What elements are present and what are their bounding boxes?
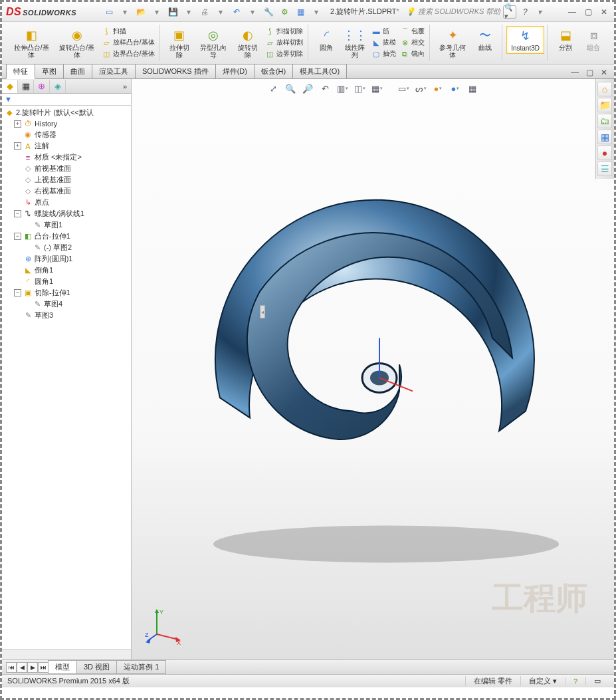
section-view-icon[interactable]: ▥▾ xyxy=(336,82,349,95)
help-search[interactable]: 💡 搜索 SOLIDWORKS 帮助 🔍▾ ?▾ xyxy=(406,5,546,19)
property-tab[interactable]: ▦ xyxy=(18,80,34,93)
zoom-fit-icon[interactable]: ⤢ xyxy=(266,82,280,95)
close-icon[interactable]: ✕ xyxy=(598,6,610,18)
doc-close-icon[interactable]: ✕ xyxy=(598,66,610,78)
display-style-icon[interactable]: ▦▾ xyxy=(370,82,383,95)
tab-3dview[interactable]: 3D 视图 xyxy=(76,660,117,674)
file-explorer-icon[interactable]: 🗂 xyxy=(597,114,612,128)
shell-button[interactable]: ▢抽壳 xyxy=(369,49,398,59)
curves-button[interactable]: 〜曲线 xyxy=(471,26,499,60)
mirror-button[interactable]: ⧉镜向 xyxy=(398,49,427,59)
dropdown-icon[interactable]: ▾ xyxy=(151,6,163,18)
tab-last-icon[interactable]: ⏭ xyxy=(38,662,49,673)
tree-right-plane[interactable]: ◇右视基准面 xyxy=(3,185,130,197)
tab-sketch[interactable]: 草图 xyxy=(35,64,64,78)
tab-render[interactable]: 渲染工具 xyxy=(92,64,136,78)
tree-sketch1[interactable]: ✎草图1 xyxy=(3,219,130,231)
tab-features[interactable]: 特征 xyxy=(6,64,35,79)
tree-boss-extrude[interactable]: −◧凸台-拉伸1 xyxy=(3,231,130,242)
appearances-icon[interactable]: ● xyxy=(597,146,612,160)
extrude-boss-button[interactable]: ◧拉伸凸台/基体 xyxy=(9,26,54,60)
tree-helix[interactable]: −ᔐ螺旋线/涡状线1 xyxy=(3,208,130,219)
combine-button[interactable]: ⧈组合 xyxy=(579,26,607,53)
new-icon[interactable]: ▭ xyxy=(103,6,115,18)
filter-bar[interactable]: ▼ xyxy=(2,94,131,106)
tree-root[interactable]: ◆2.旋转叶片 (默认<<默认 xyxy=(3,107,130,118)
graphics-viewport[interactable]: ⤢ 🔍 🔎 ↶ ▥▾ ◫▾ ▦▾ ▭▾ ᔕ▾ ●▾ ●▾ ▦ xyxy=(132,79,614,659)
tree-annotations[interactable]: +A注解 xyxy=(3,140,130,152)
tree-front-plane[interactable]: ◇前视基准面 xyxy=(3,163,130,174)
dropdown-icon[interactable]: ▾ xyxy=(310,6,322,18)
feature-tree-tab[interactable]: ◆ xyxy=(2,80,18,93)
manager-more-icon[interactable]: » xyxy=(119,82,131,90)
orientation-triad[interactable]: Y X Z xyxy=(145,606,185,646)
hole-wizard-button[interactable]: ◎异型孔向导 xyxy=(195,26,232,60)
config-tab[interactable]: ⊕ xyxy=(34,80,50,93)
revolve-cut-button[interactable]: ◐旋转切除 xyxy=(232,26,263,60)
tab-model[interactable]: 模型 xyxy=(48,660,77,674)
instant3d-button[interactable]: ↯Instant3D xyxy=(506,26,544,54)
help-icon[interactable]: ? xyxy=(519,6,531,18)
dropdown-icon[interactable]: ▾ xyxy=(183,6,195,18)
tree-origin[interactable]: ↳原点 xyxy=(3,197,130,208)
tree-sketch4[interactable]: ✎草图4 xyxy=(3,298,130,310)
tree-material[interactable]: ≡材质 <未指定> xyxy=(3,152,130,163)
tab-addins[interactable]: SOLIDWORKS 插件 xyxy=(135,64,216,78)
dropdown-icon[interactable]: ▾ xyxy=(119,6,131,18)
fillet-button[interactable]: ◜圆角 xyxy=(312,26,340,60)
wrap-button[interactable]: ⌒包覆 xyxy=(398,26,427,37)
doc-minimize-icon[interactable]: — xyxy=(569,66,581,78)
apply-scene-icon[interactable]: ●▾ xyxy=(431,82,445,95)
tree-sketch2[interactable]: ✎(-) 草图2 xyxy=(3,242,130,253)
dropdown-icon[interactable]: ▾ xyxy=(247,6,258,18)
intersect-button[interactable]: ⊗相交 xyxy=(398,37,427,48)
edit-appearance-icon[interactable]: ᔕ▾ xyxy=(414,82,427,95)
revolve-boss-button[interactable]: ◉旋转凸台/基体 xyxy=(54,26,99,60)
tree-chamfer[interactable]: ◣倒角1 xyxy=(3,265,130,276)
tab-sheetmetal[interactable]: 钣金(H) xyxy=(254,64,293,78)
linear-pattern-button[interactable]: ⋮⋮线性阵列 xyxy=(340,26,369,60)
ref-geom-button[interactable]: ✦参考几何体 xyxy=(434,26,471,60)
tree-top-plane[interactable]: ◇上视基准面 xyxy=(3,174,130,185)
sweep-button[interactable]: ⟆扫描 xyxy=(100,26,157,37)
tree-history[interactable]: +⏱History xyxy=(3,118,130,129)
maximize-icon[interactable]: ▢ xyxy=(582,6,594,18)
boundary-cut-button[interactable]: ◫边界切除 xyxy=(263,49,305,59)
tree-circ-pattern[interactable]: ⊛阵列(圆周)1 xyxy=(3,253,130,265)
tab-next-icon[interactable]: ▶ xyxy=(27,662,38,673)
zoom-in-out-icon[interactable]: 🔎 xyxy=(301,82,314,95)
splitter-handle[interactable]: ◂ xyxy=(260,305,265,318)
open-icon[interactable]: 📂 xyxy=(135,6,147,18)
tree-sketch3[interactable]: ✎草图3 xyxy=(3,310,130,321)
boundary-boss-button[interactable]: ◫边界凸台/基体 xyxy=(100,49,157,59)
print-icon[interactable]: 🖨 xyxy=(199,6,211,18)
previous-view-icon[interactable]: ↶ xyxy=(318,82,332,95)
tab-first-icon[interactable]: ⏮ xyxy=(6,662,17,673)
tab-moldtools[interactable]: 模具工具(O) xyxy=(292,64,347,78)
tree-fillet[interactable]: ◜圆角1 xyxy=(3,276,130,287)
tree-sensors[interactable]: ◉传感器 xyxy=(3,129,130,140)
options-icon[interactable]: ⚙ xyxy=(278,6,290,18)
dropdown-icon[interactable]: ▾ xyxy=(534,6,546,18)
tree-cut-extrude[interactable]: −▣切除-拉伸1 xyxy=(3,287,130,298)
rebuild-icon[interactable]: 🔧 xyxy=(262,6,274,18)
view-palette-icon[interactable]: ▦ xyxy=(597,130,612,144)
select-icon[interactable]: ▦ xyxy=(294,6,306,18)
tab-motion[interactable]: 运动算例 1 xyxy=(116,660,166,674)
minimize-icon[interactable]: — xyxy=(566,6,578,18)
custom-props-icon[interactable]: ☰ xyxy=(597,162,612,176)
undo-icon[interactable]: ↶ xyxy=(231,6,243,18)
view-settings-icon[interactable]: ●▾ xyxy=(449,82,462,95)
hide-show-icon[interactable]: ▭▾ xyxy=(397,82,410,95)
extrude-cut-button[interactable]: ▣拉伸切除 xyxy=(164,26,195,60)
split-button[interactable]: ⬓分割 xyxy=(552,26,579,53)
loft-cut-button[interactable]: ▱放样切割 xyxy=(263,37,305,48)
loft-boss-button[interactable]: ▱放样凸台/基体 xyxy=(100,37,157,48)
zoom-area-icon[interactable]: 🔍 xyxy=(284,82,297,95)
tab-surface[interactable]: 曲面 xyxy=(63,64,92,78)
status-custom[interactable]: 自定义 ▾ xyxy=(520,676,565,686)
resources-icon[interactable]: ⌂ xyxy=(597,82,612,96)
status-unit-icon[interactable]: ▭ xyxy=(585,677,609,685)
save-icon[interactable]: 💾 xyxy=(167,6,179,18)
status-rebuild-icon[interactable]: ? xyxy=(565,677,585,685)
